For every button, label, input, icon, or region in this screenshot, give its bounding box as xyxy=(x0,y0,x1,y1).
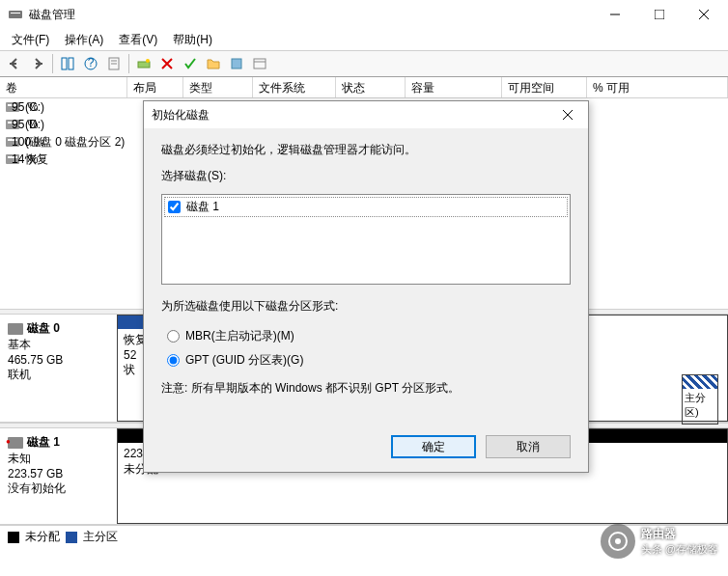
refresh-icon[interactable] xyxy=(133,53,154,74)
help-icon[interactable]: ? xyxy=(80,53,101,74)
svg-rect-8 xyxy=(62,58,67,69)
select-disk-label: 选择磁盘(S): xyxy=(161,168,571,184)
disk-label[interactable]: 磁盘 0 基本 465.75 GB 联机 xyxy=(0,315,118,422)
minimize-button[interactable] xyxy=(593,0,637,29)
svg-rect-18 xyxy=(254,59,266,69)
app-icon xyxy=(8,7,23,22)
watermark-icon xyxy=(601,524,635,559)
legend-swatch-unallocated xyxy=(8,532,19,543)
svg-rect-1 xyxy=(11,13,20,14)
close-button[interactable] xyxy=(682,0,726,29)
radio-mbr-input[interactable] xyxy=(167,330,180,343)
svg-rect-7 xyxy=(36,63,42,65)
window-title: 磁盘管理 xyxy=(29,7,593,23)
col-capacity[interactable]: 容量 xyxy=(406,77,502,97)
cancel-button[interactable]: 取消 xyxy=(486,435,571,458)
check-icon[interactable] xyxy=(180,53,201,74)
svg-rect-17 xyxy=(232,59,241,69)
partition-style-label: 为所选磁盘使用以下磁盘分区形式: xyxy=(161,298,571,315)
dialog-note: 注意: 所有早期版本的 Windows 都不识别 GPT 分区形式。 xyxy=(161,380,571,397)
disk-icon xyxy=(8,323,23,335)
radio-mbr[interactable]: MBR(主启动记录)(M) xyxy=(167,324,571,348)
layout-icon[interactable] xyxy=(57,53,78,74)
back-icon[interactable] xyxy=(4,53,25,74)
menu-action[interactable]: 操作(A) xyxy=(59,30,109,50)
svg-text:?: ? xyxy=(88,56,95,69)
dialog-intro: 磁盘必须经过初始化，逻辑磁盘管理器才能访问。 xyxy=(161,142,571,158)
svg-rect-6 xyxy=(10,63,16,65)
dialog-close-button[interactable] xyxy=(555,102,580,127)
radio-gpt-input[interactable] xyxy=(167,354,180,367)
menu-bar: 文件(F) 操作(A) 查看(V) 帮助(H) xyxy=(0,29,728,50)
watermark: 路由器 头条 @存储极客 xyxy=(601,524,718,559)
disk-select-list[interactable]: 磁盘 1 xyxy=(161,194,571,285)
menu-view[interactable]: 查看(V) xyxy=(113,30,163,50)
dialog-titlebar: 初始化磁盘 xyxy=(144,101,588,128)
volume-list-header: 卷 布局 类型 文件系统 状态 容量 可用空间 % 可用 xyxy=(0,77,728,98)
col-volume[interactable]: 卷 xyxy=(0,77,127,97)
col-fs[interactable]: 文件系统 xyxy=(253,77,336,97)
disk-checkbox[interactable] xyxy=(168,201,181,213)
legend-swatch-primary xyxy=(66,532,77,543)
col-layout[interactable]: 布局 xyxy=(127,77,183,97)
ok-button[interactable]: 确定 xyxy=(391,435,476,458)
forward-icon[interactable] xyxy=(27,53,48,74)
svg-point-21 xyxy=(615,538,621,544)
folder-icon[interactable] xyxy=(203,53,224,74)
disk-label[interactable]: 磁盘 1 未知 223.57 GB 没有初始化 xyxy=(0,428,118,524)
radio-gpt[interactable]: GPT (GUID 分区表)(G) xyxy=(167,348,571,372)
svg-rect-3 xyxy=(655,10,664,19)
disk-select-item[interactable]: 磁盘 1 xyxy=(164,197,568,217)
toolbar: ? xyxy=(0,50,728,77)
col-status[interactable]: 状态 xyxy=(336,77,406,97)
initialize-disk-dialog: 初始化磁盘 磁盘必须经过初始化，逻辑磁盘管理器才能访问。 选择磁盘(S): 磁盘… xyxy=(143,100,589,473)
disk-icon xyxy=(8,437,23,449)
window-titlebar: 磁盘管理 xyxy=(0,0,728,29)
properties-icon[interactable] xyxy=(103,53,125,74)
col-free[interactable]: 可用空间 xyxy=(502,77,587,97)
delete-icon[interactable] xyxy=(156,53,178,74)
menu-help[interactable]: 帮助(H) xyxy=(167,30,218,50)
svg-rect-0 xyxy=(9,11,22,18)
dialog-title: 初始化磁盘 xyxy=(152,107,555,123)
list-icon[interactable] xyxy=(249,53,270,74)
partition[interactable]: 主分区) xyxy=(682,374,718,425)
menu-file[interactable]: 文件(F) xyxy=(6,30,55,50)
col-pct[interactable]: % 可用 xyxy=(587,77,728,97)
col-type[interactable]: 类型 xyxy=(183,77,253,97)
svg-point-16 xyxy=(146,59,150,63)
action-icon[interactable] xyxy=(226,53,247,74)
svg-rect-9 xyxy=(69,58,73,69)
maximize-button[interactable] xyxy=(637,0,682,29)
